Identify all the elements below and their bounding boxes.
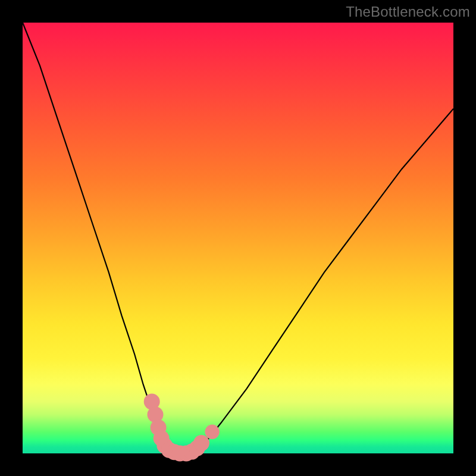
marker-group bbox=[144, 394, 220, 462]
bottleneck-curve bbox=[23, 23, 453, 453]
curve-marker bbox=[205, 425, 219, 439]
watermark-text: TheBottleneck.com bbox=[346, 4, 470, 20]
chart-overlay bbox=[23, 23, 453, 453]
curve-marker bbox=[193, 435, 209, 451]
outer-frame: TheBottleneck.com bbox=[0, 0, 476, 476]
